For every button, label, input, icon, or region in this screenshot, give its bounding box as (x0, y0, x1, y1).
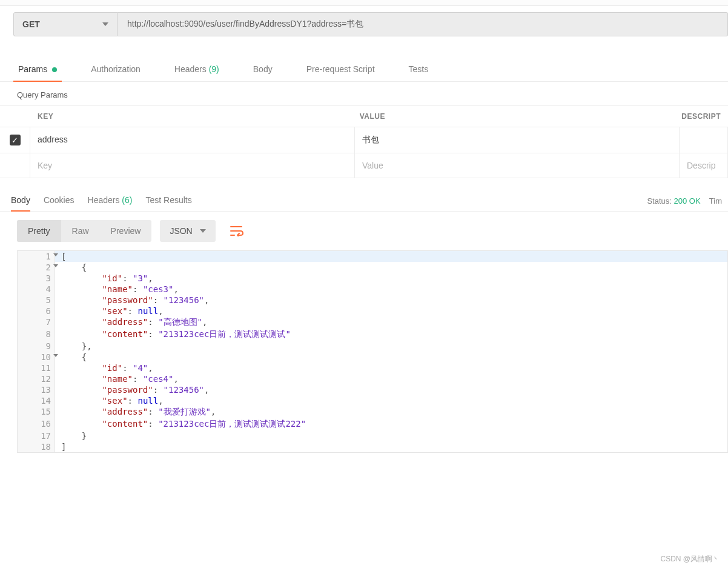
code-line: 14 "sex": null, (18, 395, 727, 406)
resp-tab-headers[interactable]: Headers (6) (88, 190, 133, 211)
placeholder-desc[interactable]: Descrip (680, 153, 728, 178)
wrap-lines-button[interactable] (224, 221, 250, 241)
params-table: KEY VALUE DESCRIPT ✓ address 书包 Key Valu… (0, 105, 728, 178)
table-row-placeholder: Key Value Descrip (0, 153, 728, 178)
code-line: 12 "name": "ces4", (18, 373, 727, 384)
code-line: 16 "content": "213123cec日前，测试测试测试222" (18, 418, 727, 430)
resp-tab-cookies[interactable]: Cookies (44, 190, 74, 211)
placeholder-value[interactable]: Value (355, 153, 680, 178)
fold-icon[interactable] (53, 264, 58, 267)
format-tabs: Pretty Raw Preview (17, 220, 151, 242)
chevron-down-icon (102, 22, 108, 26)
format-preview[interactable]: Preview (100, 220, 152, 242)
tab-authorization[interactable]: Authorization (86, 59, 145, 81)
tab-prerequest[interactable]: Pre-request Script (302, 59, 380, 81)
format-pretty[interactable]: Pretty (17, 220, 61, 242)
tab-tests[interactable]: Tests (404, 59, 434, 81)
top-frame (0, 0, 728, 6)
status-value: 200 OK (674, 196, 701, 205)
code-line: 6 "sex": null, (18, 306, 727, 316)
tab-body[interactable]: Body (248, 59, 277, 81)
wrap-icon (230, 226, 243, 236)
params-indicator-dot (52, 67, 57, 72)
code-line: 13 "password": "123456", (18, 384, 727, 395)
table-row: ✓ address 书包 (0, 127, 728, 153)
param-value[interactable]: 书包 (355, 127, 680, 153)
query-params-label: Query Params (0, 82, 728, 105)
col-desc: DESCRIPT (674, 106, 728, 127)
content-type-select[interactable]: JSON (160, 220, 215, 242)
request-tabs: Params Authorization Headers (9) Body Pr… (0, 59, 728, 82)
code-line: 7 "address": "高德地图", (18, 316, 727, 329)
code-line: 9 }, (18, 341, 727, 352)
code-line: 17 } (18, 430, 727, 441)
code-line: 2 { (18, 262, 727, 273)
code-line: 10 { (18, 352, 727, 363)
format-raw[interactable]: Raw (61, 220, 100, 242)
response-bar: Body Cookies Headers (6) Test Results St… (0, 190, 728, 212)
param-key[interactable]: address (30, 127, 355, 153)
resp-tab-body[interactable]: Body (11, 190, 30, 211)
tab-headers[interactable]: Headers (9) (170, 59, 224, 81)
response-tabs: Body Cookies Headers (6) Test Results (11, 190, 192, 211)
param-desc[interactable] (680, 127, 728, 153)
url-text: http://localhost:9090/es/user/findByAddr… (127, 19, 363, 30)
fold-icon[interactable] (53, 253, 58, 256)
chevron-down-icon (200, 229, 206, 233)
response-body-editor[interactable]: 1[2 {3 "id": "3",4 "name": "ces3",5 "pas… (17, 250, 728, 453)
url-input[interactable]: http://localhost:9090/es/user/findByAddr… (117, 12, 728, 36)
code-line: 11 "id": "4", (18, 363, 727, 373)
status-info: Status: 200 OK Tim (647, 196, 722, 205)
http-method-label: GET (22, 19, 40, 29)
code-line: 15 "address": "我爱打游戏", (18, 406, 727, 418)
col-value: VALUE (352, 106, 675, 127)
fold-icon[interactable] (53, 354, 58, 357)
code-line: 8 "content": "213123cec日前，测试测试测试" (18, 329, 727, 341)
params-header-row: KEY VALUE DESCRIPT (0, 106, 728, 127)
code-line: 1[ (18, 251, 727, 262)
resp-tab-tests[interactable]: Test Results (145, 190, 191, 211)
http-method-select[interactable]: GET (13, 12, 117, 36)
placeholder-key[interactable]: Key (30, 153, 355, 178)
code-line: 4 "name": "ces3", (18, 284, 727, 295)
code-line: 18] (18, 441, 727, 452)
col-key: KEY (30, 106, 352, 127)
tab-params[interactable]: Params (13, 59, 62, 81)
code-line: 3 "id": "3", (18, 273, 727, 284)
code-line: 5 "password": "123456", (18, 295, 727, 306)
row-checkbox[interactable]: ✓ (10, 135, 21, 145)
response-toolbar: Pretty Raw Preview JSON (0, 212, 728, 250)
request-url-row: GET http://localhost:9090/es/user/findBy… (0, 6, 728, 42)
